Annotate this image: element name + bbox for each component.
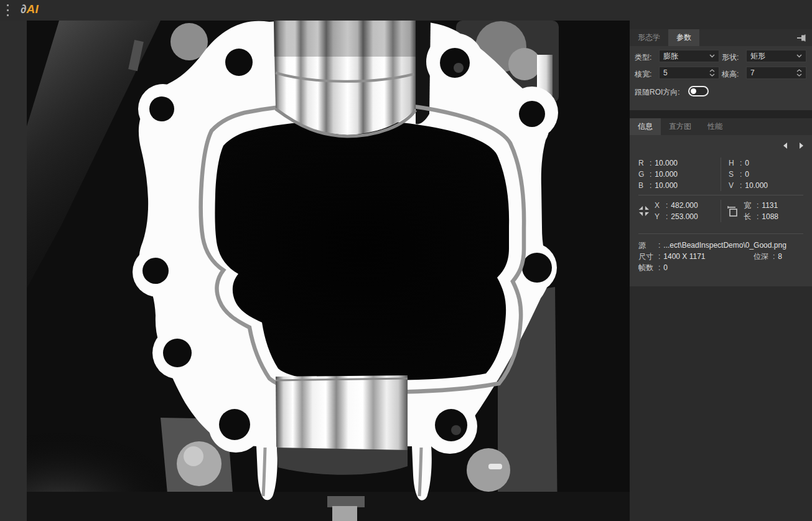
prev-arrow-icon[interactable]: [783, 143, 787, 149]
hole-detail: [451, 425, 461, 435]
title-bar: ∂AI: [0, 0, 812, 21]
inspection-image-canvas[interactable]: [27, 21, 630, 521]
kernel-height-spinner[interactable]: 7: [746, 67, 806, 79]
coordinate-values: X:482.000 Y:253.000 宽:1131 长:1088: [638, 200, 803, 222]
channel-values: R:10.000 G:10.000 B:10.000 H:0 S:0 V:10.…: [638, 157, 803, 191]
y-value: 253.000: [671, 211, 698, 222]
tab-morphology[interactable]: 形态学: [630, 29, 668, 46]
tab-performance[interactable]: 性能: [699, 118, 730, 135]
type-select[interactable]: 膨胀: [659, 50, 719, 62]
tab-info[interactable]: 信息: [630, 118, 661, 135]
pin-icon[interactable]: [796, 33, 806, 43]
dimensions-value: 1400 X 1171: [663, 251, 705, 262]
panel-gap: [630, 110, 812, 118]
bead-tail-right: [419, 448, 421, 496]
tab-histogram[interactable]: 直方图: [661, 118, 699, 135]
chevron-down-icon: [796, 54, 802, 58]
fixture-tab: [332, 506, 357, 521]
size-icon: [727, 205, 739, 217]
menu-dots-icon[interactable]: [7, 4, 9, 16]
length-value: 1088: [762, 211, 778, 222]
bit-depth: 位深:8: [754, 251, 782, 262]
image-meta: 源:...ect\BeadInspectDemo\0_Good.png 尺寸:1…: [638, 240, 803, 273]
param-tabbar: 形态学 参数: [630, 29, 812, 46]
right-panel: 形态学 参数 类型: 膨胀 形状: 矩形 核宽: 5 核高: 7: [630, 21, 812, 521]
spinner-arrows-icon: [796, 69, 802, 77]
app-logo: ∂AI: [21, 2, 39, 16]
type-label: 类型:: [635, 52, 651, 63]
h-value: 0: [745, 157, 749, 169]
position-icon: [638, 205, 650, 217]
kernel-height-label: 核高:: [722, 69, 739, 80]
width-value: 1131: [762, 200, 778, 211]
inspection-image: [27, 21, 630, 521]
info-body: R:10.000 G:10.000 B:10.000 H:0 S:0 V:10.…: [630, 135, 812, 286]
info-pager: [783, 143, 803, 149]
x-value: 482.000: [671, 200, 698, 211]
photo-blob: [508, 48, 541, 80]
r-value: 10.000: [655, 157, 678, 169]
s-value: 0: [745, 169, 749, 180]
logo-glyph: ∂: [21, 2, 26, 16]
logo-text: AI: [26, 2, 39, 16]
shape-select[interactable]: 矩形: [746, 50, 806, 62]
b-value: 10.000: [655, 180, 678, 191]
kernel-width-label: 核宽:: [635, 69, 651, 80]
spinner-arrows-icon: [709, 69, 715, 77]
tab-parameters[interactable]: 参数: [668, 29, 699, 46]
chevron-down-icon: [709, 54, 715, 58]
param-body: 类型: 膨胀 形状: 矩形 核宽: 5 核高: 7 跟随ROI方向:: [630, 46, 812, 110]
follow-roi-label: 跟随ROI方向:: [635, 87, 680, 98]
shape-label: 形状:: [722, 52, 739, 63]
next-arrow-icon[interactable]: [800, 143, 803, 149]
kernel-width-spinner[interactable]: 5: [659, 67, 719, 79]
source-path: ...ect\BeadInspectDemo\0_Good.png: [663, 240, 786, 251]
metal-bottom-shade: [277, 448, 408, 475]
metal-boss-highlight: [184, 446, 203, 466]
g-value: 10.000: [655, 169, 678, 180]
frames-value: 0: [663, 262, 668, 273]
bead-tail-left: [263, 448, 265, 496]
metal-tier-shade: [274, 21, 416, 57]
metal-boss-highlight: [488, 464, 502, 469]
metal-boss: [467, 448, 510, 492]
hole-detail: [454, 63, 464, 73]
follow-roi-toggle[interactable]: [688, 86, 709, 96]
v-value: 10.000: [745, 180, 768, 191]
info-tabbar: 信息 直方图 性能: [630, 118, 812, 135]
fixture-tab: [327, 496, 365, 507]
